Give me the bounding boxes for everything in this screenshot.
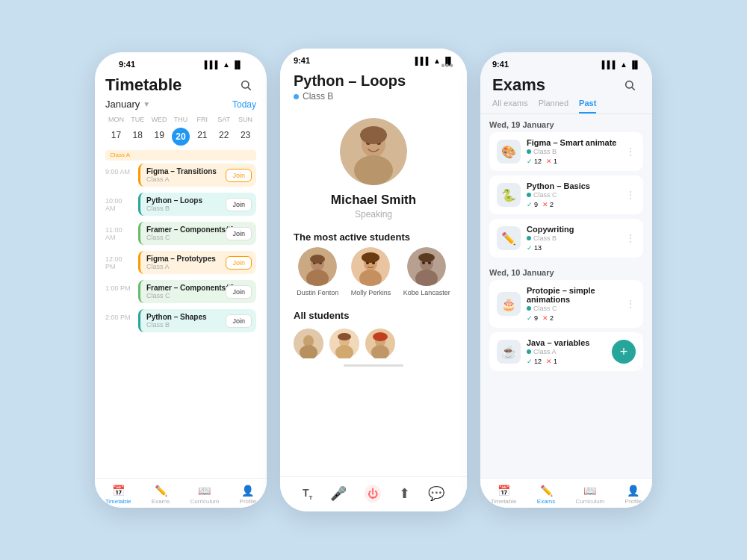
nav-label-timetable-r: Timetable <box>491 498 517 505</box>
exam-card-copywriting[interactable]: ✏️ Copywriting Class B ✓ 13 ⋮ <box>489 219 643 258</box>
nav-exams[interactable]: ✏️ Exams <box>152 485 170 505</box>
schedule-row-5: 2:00 PM Python – Shapes Class B Join <box>105 309 256 332</box>
nav-label-exams: Exams <box>152 498 170 505</box>
nav-curriculum[interactable]: 📖 Curriculum <box>190 485 220 505</box>
svg-line-38 <box>632 87 635 90</box>
student-name-molly: Molly Perkins <box>351 289 391 296</box>
exam-name-python: Python – Basics <box>527 181 619 190</box>
fab-add-button[interactable]: + <box>612 340 636 364</box>
date-23[interactable]: 23 <box>235 128 256 146</box>
nav-timetable[interactable]: 📅 Timetable <box>105 485 131 505</box>
svg-point-13 <box>310 255 325 264</box>
event-card-0[interactable]: Figma – Transitions Class A Join <box>138 164 256 187</box>
avatar-dustin <box>298 247 337 286</box>
speaker-section: Michael Smith Speaking <box>280 106 467 225</box>
timetable-phone: 9:41 ▌▌▌ ▲ ▐▌ Timetable January ▼ Today <box>95 52 267 508</box>
exams-icon-r: ✏️ <box>540 485 553 497</box>
date-17[interactable]: 17 <box>105 128 127 146</box>
today-button[interactable]: Today <box>232 99 256 110</box>
exam-info-copy: Copywriting Class B ✓ 13 <box>527 225 619 252</box>
event-card-5[interactable]: Python – Shapes Class B Join <box>138 309 256 332</box>
exam-card-protopie[interactable]: 🎂 Protopie – simple animations Class C ✓… <box>489 280 643 328</box>
event-card-2[interactable]: Framer – Components#1 Class C Join <box>138 222 256 245</box>
signal-icon-r: ▌▌▌ <box>602 60 618 69</box>
nav-label-profile: Profile <box>240 498 257 505</box>
date-20[interactable]: 20 <box>172 128 190 146</box>
chevron-down-icon: ▼ <box>143 100 150 108</box>
exam-info-protopie: Protopie – simple animations Class C ✓ 9… <box>527 286 619 322</box>
status-time-left: 9:41 <box>119 60 135 69</box>
class-dot <box>294 94 299 99</box>
nav-timetable-r[interactable]: 📅 Timetable <box>491 485 517 505</box>
exams-header: Exams <box>480 72 652 99</box>
chat-button[interactable]: 💬 <box>428 485 444 502</box>
stat-check-java: ✓ 12 <box>527 358 542 365</box>
join-button-2[interactable]: Join <box>226 227 252 240</box>
all-students-title: All students <box>280 304 467 326</box>
avatar-kobe <box>407 247 446 286</box>
exam-name-copy: Copywriting <box>527 225 619 234</box>
date-18[interactable]: 18 <box>127 128 149 146</box>
share-button[interactable]: ⬆ <box>399 485 410 502</box>
join-button-4[interactable]: Join <box>226 285 252 299</box>
battery-icon-r: ▐▌ <box>630 60 640 69</box>
power-button[interactable]: ⏻ <box>365 485 381 503</box>
day-thu: THU <box>170 114 192 125</box>
check-icon-p: ✓ <box>527 201 533 208</box>
exam-info-java: Java – variables Class A ✓ 12 ✕ 1 <box>527 338 606 365</box>
exam-card-python-basics[interactable]: 🐍 Python – Basics Class C ✓ 9 ✕ 2 ⋮ <box>489 175 643 214</box>
schedule-row-4: 1:00 PM Framer – Components#2 Class C Jo… <box>105 280 256 303</box>
timetable-nav-icon: 📅 <box>112 485 125 497</box>
event-card-3[interactable]: Figma – Prototypes Class A Join <box>138 251 256 274</box>
join-button-0[interactable]: Join <box>226 169 252 182</box>
exam-card-java[interactable]: ☕ Java – variables Class A ✓ 12 ✕ 1 + <box>489 332 643 371</box>
event-card-4[interactable]: Framer – Components#2 Class C Join <box>138 280 256 303</box>
day-mon: MON <box>105 114 127 125</box>
date-19[interactable]: 19 <box>149 128 170 146</box>
stat-cross-protopie: ✕ 2 <box>542 314 554 322</box>
sm-avatar-0 <box>294 329 323 358</box>
join-button-5[interactable]: Join <box>226 314 252 328</box>
mic-button[interactable]: 🎤 <box>330 485 347 502</box>
tab-past[interactable]: Past <box>579 99 596 113</box>
month-selector[interactable]: January ▼ <box>105 99 150 110</box>
timetable-title: Timetable <box>105 75 182 95</box>
search-button[interactable] <box>235 75 256 96</box>
nav-profile[interactable]: 👤 Profile <box>240 485 257 505</box>
time-label-0: 9:00 AM <box>105 164 134 175</box>
event-card-1[interactable]: Python – Loops Class B Join <box>138 193 256 216</box>
tab-all-exams[interactable]: All exams <box>492 99 528 113</box>
svg-line-1 <box>248 87 251 90</box>
bottom-nav-left: 📅 Timetable ✏️ Exams 📖 Curriculum 👤 Prof… <box>95 478 267 508</box>
student-kobe: Kobe Lancaster <box>403 247 450 296</box>
exams-search-button[interactable] <box>619 75 640 96</box>
more-dots-protopie[interactable]: ⋮ <box>625 298 636 310</box>
nav-profile-r[interactable]: 👤 Profile <box>625 485 642 505</box>
exam-card-figma-animate[interactable]: 🎨 Figma – Smart animate Class B ✓ 12 ✕ 1… <box>489 132 643 171</box>
more-dots-python[interactable]: ⋮ <box>625 189 636 201</box>
more-dots-figma[interactable]: ⋮ <box>625 146 636 158</box>
more-dots-copy[interactable]: ⋮ <box>625 232 636 244</box>
exam-name-figma: Figma – Smart animate <box>527 138 619 147</box>
join-button-1[interactable]: Join <box>226 198 252 211</box>
class-dot-figma <box>527 149 531 154</box>
nav-curriculum-r[interactable]: 📖 Curriculum <box>576 485 605 505</box>
status-bar-left: 9:41 ▌▌▌ ▲ ▐▌ <box>105 52 256 72</box>
class-dot-java <box>527 349 531 354</box>
more-options-button[interactable]: ••• <box>441 59 453 72</box>
bottom-nav-right: 📅 Timetable ✏️ Exams 📖 Curriculum 👤 Prof… <box>480 478 652 508</box>
exams-scroll: Wed, 19 January 🎨 Figma – Smart animate … <box>480 114 652 458</box>
nav-exams-r[interactable]: ✏️ Exams <box>537 485 555 505</box>
class-dot-protopie <box>527 306 531 311</box>
x-icon: ✕ <box>546 158 552 165</box>
status-time-right: 9:41 <box>492 60 509 69</box>
exam-class-protopie: Class C <box>527 305 619 312</box>
date-22[interactable]: 22 <box>213 128 235 146</box>
check-icon: ✓ <box>527 158 533 165</box>
date-21[interactable]: 21 <box>191 128 213 146</box>
text-tool-button[interactable]: TT <box>303 487 312 501</box>
profile-icon-r: 👤 <box>627 485 639 497</box>
tab-planned[interactable]: Planned <box>539 99 568 113</box>
stat-cross-python: ✕ 2 <box>542 201 554 208</box>
join-button-3[interactable]: Join <box>226 256 252 270</box>
